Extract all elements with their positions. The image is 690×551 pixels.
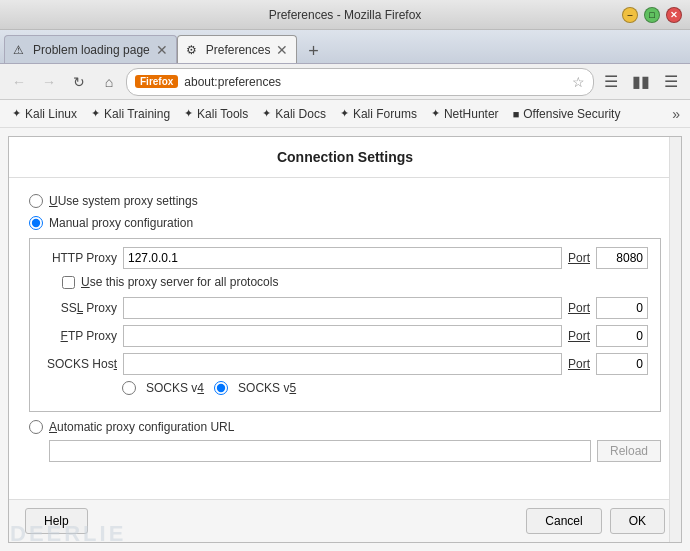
ssl-port-input[interactable]: [596, 297, 648, 319]
menu-button[interactable]: ☰: [658, 69, 684, 95]
http-port-label: Port: [568, 251, 590, 265]
bookmark-label-kali-linux: Kali Linux: [25, 107, 77, 121]
footer-right-buttons: Cancel OK: [526, 508, 665, 534]
ftp-port-input[interactable]: [596, 325, 648, 347]
bookmark-icon-nethunter: ✦: [431, 107, 440, 120]
connection-settings-dialog: Connection Settings UUse system proxy se…: [8, 136, 682, 543]
tab-close-problem[interactable]: ✕: [156, 43, 168, 57]
socks-v4-label: SOCKS v4: [146, 381, 204, 395]
tab-favicon-problem: ⚠: [13, 43, 27, 57]
ftp-port-label: Port: [568, 329, 590, 343]
reload-row: Reload: [597, 440, 661, 462]
forward-button[interactable]: →: [36, 69, 62, 95]
auto-proxy-label: Automatic proxy configuration URL: [49, 420, 234, 434]
manual-proxy-radio[interactable]: [29, 216, 43, 230]
socks-host-input[interactable]: [123, 353, 562, 375]
bookmark-label-kali-tools: Kali Tools: [197, 107, 248, 121]
auto-proxy-row: Automatic proxy configuration URL: [29, 420, 661, 434]
bookmark-icon-kali-training: ✦: [91, 107, 100, 120]
bookmark-label-nethunter: NetHunter: [444, 107, 499, 121]
ssl-port-label: Port: [568, 301, 590, 315]
ssl-proxy-label: SSL Proxy: [42, 301, 117, 315]
auto-proxy-radio[interactable]: [29, 420, 43, 434]
url-bar[interactable]: Firefox about:preferences ☆: [126, 68, 594, 96]
ssl-proxy-row: SSL Proxy Port: [42, 297, 648, 319]
title-bar: Preferences - Mozilla Firefox – □ ✕: [0, 0, 690, 30]
use-for-all-label: Use this proxy server for all protocols: [81, 275, 278, 289]
bookmark-icon-kali-linux: ✦: [12, 107, 21, 120]
bookmark-offensive-security[interactable]: ■ Offensive Security: [507, 105, 627, 123]
ftp-proxy-input[interactable]: [123, 325, 562, 347]
reader-view-button[interactable]: ☰: [598, 69, 624, 95]
new-tab-button[interactable]: +: [301, 39, 325, 63]
tab-favicon-preferences: ⚙: [186, 43, 200, 57]
http-port-input[interactable]: [596, 247, 648, 269]
bookmark-kali-docs[interactable]: ✦ Kali Docs: [256, 105, 332, 123]
use-system-proxy-radio[interactable]: [29, 194, 43, 208]
dialog-body: UUse system proxy settings Manual proxy …: [9, 178, 681, 499]
bookmark-kali-forums[interactable]: ✦ Kali Forums: [334, 105, 423, 123]
sidebar-button[interactable]: ▮▮: [628, 69, 654, 95]
bookmark-star-icon[interactable]: ☆: [572, 74, 585, 90]
ftp-proxy-row: FTP Proxy Port: [42, 325, 648, 347]
tab-label-preferences: Preferences: [206, 43, 271, 57]
close-button[interactable]: ✕: [666, 7, 682, 23]
bookmark-nethunter[interactable]: ✦ NetHunter: [425, 105, 505, 123]
socks-v5-label: SOCKS v5: [238, 381, 296, 395]
tab-bar: ⚠ Problem loading page ✕ ⚙ Preferences ✕…: [0, 30, 690, 64]
minimize-button[interactable]: –: [622, 7, 638, 23]
tab-preferences[interactable]: ⚙ Preferences ✕: [177, 35, 298, 63]
maximize-button[interactable]: □: [644, 7, 660, 23]
firefox-badge: Firefox: [135, 75, 178, 88]
bookmark-icon-offensive-security: ■: [513, 108, 520, 120]
http-proxy-input[interactable]: [123, 247, 562, 269]
bookmark-kali-linux[interactable]: ✦ Kali Linux: [6, 105, 83, 123]
bookmark-label-kali-docs: Kali Docs: [275, 107, 326, 121]
socks-port-input[interactable]: [596, 353, 648, 375]
ok-button[interactable]: OK: [610, 508, 665, 534]
bookmark-label-kali-forums: Kali Forums: [353, 107, 417, 121]
socks-port-label: Port: [568, 357, 590, 371]
bookmark-icon-kali-tools: ✦: [184, 107, 193, 120]
http-proxy-row: HTTP Proxy Port: [42, 247, 648, 269]
window-title: Preferences - Mozilla Firefox: [269, 8, 422, 22]
cancel-button[interactable]: Cancel: [526, 508, 601, 534]
use-system-proxy-label: UUse system proxy settings: [49, 194, 198, 208]
manual-proxy-row: Manual proxy configuration: [29, 216, 661, 230]
socks-host-label: SOCKS Host: [42, 357, 117, 371]
back-button[interactable]: ←: [6, 69, 32, 95]
refresh-button[interactable]: ↻: [66, 69, 92, 95]
ftp-proxy-label: FTP Proxy: [42, 329, 117, 343]
bookmark-kali-tools[interactable]: ✦ Kali Tools: [178, 105, 254, 123]
use-system-proxy-row: UUse system proxy settings: [29, 194, 661, 208]
reload-button[interactable]: Reload: [597, 440, 661, 462]
bookmark-kali-training[interactable]: ✦ Kali Training: [85, 105, 176, 123]
bookmarks-bar: ✦ Kali Linux ✦ Kali Training ✦ Kali Tool…: [0, 100, 690, 128]
bookmark-label-offensive-security: Offensive Security: [523, 107, 620, 121]
dialog-title: Connection Settings: [9, 137, 681, 178]
url-text: about:preferences: [184, 75, 566, 89]
auto-proxy-input-row: Reload: [29, 440, 661, 462]
http-proxy-label: HTTP Proxy: [42, 251, 117, 265]
socks-v5-radio[interactable]: [214, 381, 228, 395]
bookmark-icon-kali-forums: ✦: [340, 107, 349, 120]
tab-label-problem: Problem loading page: [33, 43, 150, 57]
use-for-all-checkbox[interactable]: [62, 276, 75, 289]
use-for-all-row: Use this proxy server for all protocols: [62, 275, 648, 289]
ssl-proxy-input[interactable]: [123, 297, 562, 319]
socks-host-row: SOCKS Host Port: [42, 353, 648, 375]
home-button[interactable]: ⌂: [96, 69, 122, 95]
dialog-scrollbar[interactable]: [669, 137, 681, 542]
manual-proxy-label: Manual proxy configuration: [49, 216, 193, 230]
tab-close-preferences[interactable]: ✕: [276, 43, 288, 57]
bookmarks-more-button[interactable]: »: [668, 104, 684, 124]
auto-proxy-url-input[interactable]: [49, 440, 591, 462]
tab-problem-loading[interactable]: ⚠ Problem loading page ✕: [4, 35, 177, 63]
bookmark-icon-kali-docs: ✦: [262, 107, 271, 120]
proxy-fields-section: HTTP Proxy Port Use this proxy server fo…: [29, 238, 661, 412]
socks-v4-radio[interactable]: [122, 381, 136, 395]
main-content: Connection Settings UUse system proxy se…: [0, 128, 690, 551]
watermark: DEERLIE: [10, 521, 126, 547]
bookmark-label-kali-training: Kali Training: [104, 107, 170, 121]
nav-bar: ← → ↻ ⌂ Firefox about:preferences ☆ ☰ ▮▮…: [0, 64, 690, 100]
